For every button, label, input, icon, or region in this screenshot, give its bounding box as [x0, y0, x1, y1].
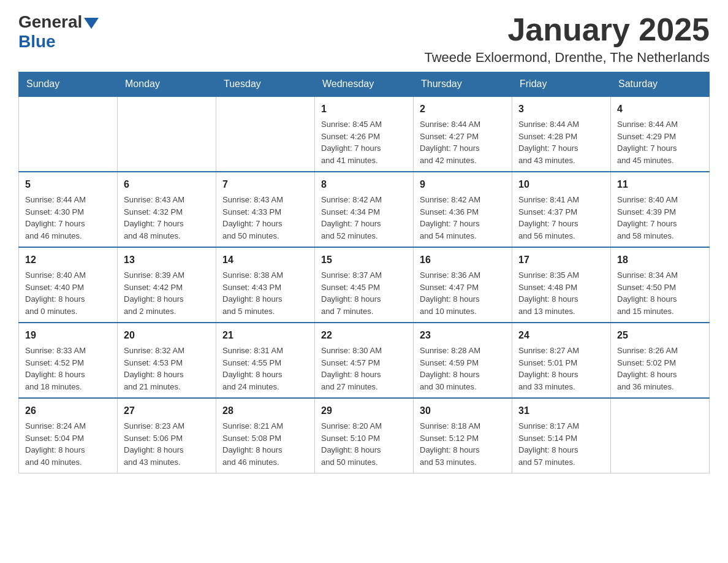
calendar-cell	[611, 398, 710, 473]
weekday-header-friday: Friday	[512, 72, 611, 97]
calendar-cell: 5Sunrise: 8:44 AM Sunset: 4:30 PM Daylig…	[19, 172, 118, 247]
logo-blue-text: Blue	[18, 32, 56, 52]
day-info: Sunrise: 8:24 AM Sunset: 5:04 PM Dayligh…	[25, 420, 111, 468]
day-number: 25	[617, 328, 703, 343]
calendar-cell: 19Sunrise: 8:33 AM Sunset: 4:52 PM Dayli…	[19, 323, 118, 398]
calendar-cell: 15Sunrise: 8:37 AM Sunset: 4:45 PM Dayli…	[315, 247, 414, 323]
day-number: 27	[124, 404, 210, 418]
day-number: 17	[518, 253, 604, 267]
calendar-header-row: SundayMondayTuesdayWednesdayThursdayFrid…	[19, 72, 710, 97]
day-number: 2	[420, 102, 506, 117]
weekday-header-saturday: Saturday	[611, 72, 710, 97]
calendar-week-row: 19Sunrise: 8:33 AM Sunset: 4:52 PM Dayli…	[19, 323, 710, 398]
page-header: General Blue January 2025 Tweede Exloerm…	[18, 12, 710, 66]
day-info: Sunrise: 8:41 AM Sunset: 4:37 PM Dayligh…	[518, 194, 604, 242]
day-info: Sunrise: 8:20 AM Sunset: 5:10 PM Dayligh…	[321, 420, 407, 468]
calendar-cell: 14Sunrise: 8:38 AM Sunset: 4:43 PM Dayli…	[216, 247, 315, 323]
weekday-header-sunday: Sunday	[19, 72, 118, 97]
day-number: 1	[321, 102, 407, 117]
logo: General Blue	[18, 12, 99, 52]
day-info: Sunrise: 8:21 AM Sunset: 5:08 PM Dayligh…	[222, 420, 308, 468]
day-number: 28	[222, 404, 308, 418]
day-number: 11	[617, 177, 703, 192]
day-info: Sunrise: 8:35 AM Sunset: 4:48 PM Dayligh…	[518, 269, 604, 317]
calendar-cell: 9Sunrise: 8:42 AM Sunset: 4:36 PM Daylig…	[414, 172, 512, 247]
calendar-cell	[216, 96, 315, 172]
day-number: 22	[321, 328, 407, 343]
day-info: Sunrise: 8:28 AM Sunset: 4:59 PM Dayligh…	[420, 345, 506, 393]
calendar-cell: 23Sunrise: 8:28 AM Sunset: 4:59 PM Dayli…	[414, 323, 512, 398]
day-info: Sunrise: 8:27 AM Sunset: 5:01 PM Dayligh…	[518, 345, 604, 393]
calendar-week-row: 5Sunrise: 8:44 AM Sunset: 4:30 PM Daylig…	[19, 172, 710, 247]
day-number: 24	[518, 328, 604, 343]
day-info: Sunrise: 8:30 AM Sunset: 4:57 PM Dayligh…	[321, 345, 407, 393]
day-info: Sunrise: 8:40 AM Sunset: 4:39 PM Dayligh…	[617, 194, 703, 242]
weekday-header-wednesday: Wednesday	[315, 72, 414, 97]
calendar-cell: 8Sunrise: 8:42 AM Sunset: 4:34 PM Daylig…	[315, 172, 414, 247]
day-number: 7	[222, 177, 308, 192]
day-info: Sunrise: 8:23 AM Sunset: 5:06 PM Dayligh…	[124, 420, 210, 468]
day-info: Sunrise: 8:44 AM Sunset: 4:30 PM Dayligh…	[25, 194, 111, 242]
calendar-cell: 10Sunrise: 8:41 AM Sunset: 4:37 PM Dayli…	[512, 172, 611, 247]
day-info: Sunrise: 8:44 AM Sunset: 4:27 PM Dayligh…	[420, 118, 506, 166]
day-info: Sunrise: 8:45 AM Sunset: 4:26 PM Dayligh…	[321, 118, 407, 166]
day-number: 4	[617, 102, 703, 117]
day-number: 31	[518, 404, 604, 418]
calendar-cell: 24Sunrise: 8:27 AM Sunset: 5:01 PM Dayli…	[512, 323, 611, 398]
calendar-cell	[118, 96, 216, 172]
day-number: 21	[222, 328, 308, 343]
day-info: Sunrise: 8:38 AM Sunset: 4:43 PM Dayligh…	[222, 269, 308, 317]
weekday-header-thursday: Thursday	[414, 72, 512, 97]
calendar-cell: 16Sunrise: 8:36 AM Sunset: 4:47 PM Dayli…	[414, 247, 512, 323]
calendar-cell: 4Sunrise: 8:44 AM Sunset: 4:29 PM Daylig…	[611, 96, 710, 172]
day-info: Sunrise: 8:36 AM Sunset: 4:47 PM Dayligh…	[420, 269, 506, 317]
calendar-cell: 7Sunrise: 8:43 AM Sunset: 4:33 PM Daylig…	[216, 172, 315, 247]
month-title: January 2025	[424, 12, 710, 47]
logo-general-text: General	[18, 12, 82, 32]
day-info: Sunrise: 8:40 AM Sunset: 4:40 PM Dayligh…	[25, 269, 111, 317]
day-info: Sunrise: 8:44 AM Sunset: 4:29 PM Dayligh…	[617, 118, 703, 166]
calendar-cell: 20Sunrise: 8:32 AM Sunset: 4:53 PM Dayli…	[118, 323, 216, 398]
calendar-cell: 21Sunrise: 8:31 AM Sunset: 4:55 PM Dayli…	[216, 323, 315, 398]
calendar-cell: 29Sunrise: 8:20 AM Sunset: 5:10 PM Dayli…	[315, 398, 414, 473]
day-number: 15	[321, 253, 407, 267]
calendar-cell: 18Sunrise: 8:34 AM Sunset: 4:50 PM Dayli…	[611, 247, 710, 323]
calendar-cell: 26Sunrise: 8:24 AM Sunset: 5:04 PM Dayli…	[19, 398, 118, 473]
day-info: Sunrise: 8:42 AM Sunset: 4:34 PM Dayligh…	[321, 194, 407, 242]
day-number: 5	[25, 177, 111, 192]
calendar-cell: 2Sunrise: 8:44 AM Sunset: 4:27 PM Daylig…	[414, 96, 512, 172]
logo-triangle-icon	[84, 18, 99, 29]
day-info: Sunrise: 8:26 AM Sunset: 5:02 PM Dayligh…	[617, 345, 703, 393]
calendar-cell: 1Sunrise: 8:45 AM Sunset: 4:26 PM Daylig…	[315, 96, 414, 172]
day-info: Sunrise: 8:34 AM Sunset: 4:50 PM Dayligh…	[617, 269, 703, 317]
day-number: 13	[124, 253, 210, 267]
calendar-cell: 28Sunrise: 8:21 AM Sunset: 5:08 PM Dayli…	[216, 398, 315, 473]
day-number: 20	[124, 328, 210, 343]
day-info: Sunrise: 8:17 AM Sunset: 5:14 PM Dayligh…	[518, 420, 604, 468]
day-number: 10	[518, 177, 604, 192]
day-number: 30	[420, 404, 506, 418]
calendar-cell: 22Sunrise: 8:30 AM Sunset: 4:57 PM Dayli…	[315, 323, 414, 398]
day-info: Sunrise: 8:43 AM Sunset: 4:32 PM Dayligh…	[124, 194, 210, 242]
day-number: 19	[25, 328, 111, 343]
weekday-header-tuesday: Tuesday	[216, 72, 315, 97]
day-number: 6	[124, 177, 210, 192]
day-info: Sunrise: 8:37 AM Sunset: 4:45 PM Dayligh…	[321, 269, 407, 317]
calendar-week-row: 26Sunrise: 8:24 AM Sunset: 5:04 PM Dayli…	[19, 398, 710, 473]
day-number: 3	[518, 102, 604, 117]
weekday-header-monday: Monday	[118, 72, 216, 97]
day-info: Sunrise: 8:33 AM Sunset: 4:52 PM Dayligh…	[25, 345, 111, 393]
day-info: Sunrise: 8:43 AM Sunset: 4:33 PM Dayligh…	[222, 194, 308, 242]
calendar-cell	[19, 96, 118, 172]
calendar-table: SundayMondayTuesdayWednesdayThursdayFrid…	[18, 72, 710, 473]
calendar-cell: 11Sunrise: 8:40 AM Sunset: 4:39 PM Dayli…	[611, 172, 710, 247]
day-info: Sunrise: 8:42 AM Sunset: 4:36 PM Dayligh…	[420, 194, 506, 242]
day-info: Sunrise: 8:32 AM Sunset: 4:53 PM Dayligh…	[124, 345, 210, 393]
day-number: 9	[420, 177, 506, 192]
calendar-cell: 12Sunrise: 8:40 AM Sunset: 4:40 PM Dayli…	[19, 247, 118, 323]
calendar-week-row: 1Sunrise: 8:45 AM Sunset: 4:26 PM Daylig…	[19, 96, 710, 172]
calendar-cell: 3Sunrise: 8:44 AM Sunset: 4:28 PM Daylig…	[512, 96, 611, 172]
day-info: Sunrise: 8:18 AM Sunset: 5:12 PM Dayligh…	[420, 420, 506, 468]
calendar-cell: 31Sunrise: 8:17 AM Sunset: 5:14 PM Dayli…	[512, 398, 611, 473]
day-number: 29	[321, 404, 407, 418]
